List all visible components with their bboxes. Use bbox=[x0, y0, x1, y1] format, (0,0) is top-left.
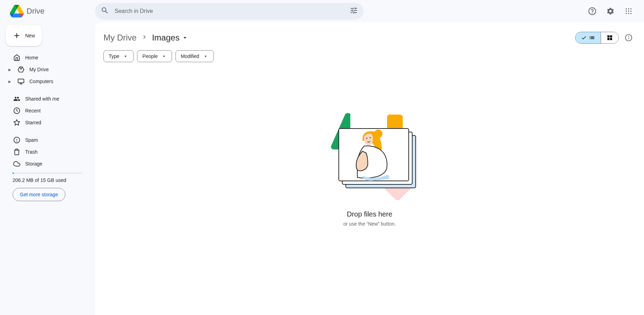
dropdown-icon bbox=[161, 53, 167, 59]
sidebar-item-label: Home bbox=[25, 55, 38, 60]
svg-point-6 bbox=[628, 10, 629, 12]
new-button-label: New bbox=[25, 33, 35, 38]
grid-view-button[interactable] bbox=[601, 32, 618, 43]
svg-rect-24 bbox=[610, 38, 612, 40]
search-icon bbox=[101, 6, 109, 16]
breadcrumb-root[interactable]: My Drive bbox=[103, 33, 137, 43]
help-button[interactable] bbox=[585, 4, 599, 18]
svg-rect-22 bbox=[610, 35, 612, 37]
apps-button[interactable] bbox=[622, 4, 636, 18]
view-controls bbox=[575, 31, 636, 45]
svg-marker-17 bbox=[14, 120, 20, 125]
search-input[interactable] bbox=[115, 8, 350, 14]
svg-point-4 bbox=[630, 8, 631, 9]
sidebar: New Home ▶ My Drive ▶ Computers Shared w… bbox=[0, 22, 95, 315]
storage-bar bbox=[13, 173, 83, 174]
filter-label: Modified bbox=[181, 53, 199, 59]
chevron-right-icon bbox=[141, 34, 148, 42]
sidebar-item-label: Storage bbox=[25, 161, 42, 167]
expand-icon[interactable]: ▶ bbox=[8, 80, 13, 83]
sidebar-item-shared[interactable]: Shared with me bbox=[6, 93, 90, 105]
app-title: Drive bbox=[27, 7, 44, 16]
sidebar-item-label: Starred bbox=[25, 120, 41, 125]
main-layout: New Home ▶ My Drive ▶ Computers Shared w… bbox=[0, 22, 644, 315]
view-toggle bbox=[575, 32, 619, 44]
header-actions bbox=[585, 4, 638, 18]
sidebar-item-label: Recent bbox=[25, 108, 41, 113]
get-storage-button[interactable]: Get more storage bbox=[13, 188, 65, 201]
trash-icon bbox=[13, 148, 20, 155]
breadcrumb-current-label: Images bbox=[152, 33, 180, 43]
svg-point-10 bbox=[630, 13, 631, 14]
svg-rect-28 bbox=[387, 115, 403, 130]
empty-subtitle: or use the “New” button. bbox=[343, 221, 396, 227]
svg-point-27 bbox=[629, 36, 629, 37]
header: Drive bbox=[0, 0, 644, 22]
filter-row: Type People Modified bbox=[103, 50, 636, 62]
sidebar-item-label: Trash bbox=[25, 149, 37, 155]
check-icon bbox=[581, 35, 587, 41]
people-icon bbox=[13, 95, 20, 102]
svg-point-2 bbox=[626, 8, 627, 9]
plus-icon bbox=[13, 31, 21, 40]
sidebar-item-label: Spam bbox=[25, 137, 38, 143]
sidebar-item-spam[interactable]: Spam bbox=[6, 134, 90, 146]
svg-point-7 bbox=[630, 10, 631, 12]
sidebar-item-label: Shared with me bbox=[25, 96, 59, 102]
breadcrumb-current[interactable]: Images bbox=[152, 33, 189, 43]
sidebar-item-label: My Drive bbox=[29, 67, 49, 72]
svg-point-34 bbox=[366, 138, 367, 139]
sidebar-item-storage[interactable]: Storage bbox=[6, 158, 90, 170]
svg-point-1 bbox=[592, 13, 593, 13]
search-options-icon[interactable] bbox=[350, 6, 358, 16]
empty-title: Drop files here bbox=[347, 210, 392, 218]
svg-point-9 bbox=[628, 13, 629, 14]
breadcrumb-row: My Drive Images bbox=[103, 28, 636, 50]
filter-type[interactable]: Type bbox=[103, 50, 134, 62]
expand-icon[interactable]: ▶ bbox=[8, 68, 13, 72]
svg-point-5 bbox=[626, 10, 627, 12]
svg-point-35 bbox=[370, 137, 371, 138]
computer-icon bbox=[17, 78, 24, 85]
drive-logo-icon bbox=[10, 4, 24, 18]
empty-illustration bbox=[317, 97, 422, 202]
breadcrumb: My Drive Images bbox=[103, 33, 188, 43]
svg-line-11 bbox=[20, 67, 21, 70]
new-button[interactable]: New bbox=[6, 25, 42, 46]
filter-modified[interactable]: Modified bbox=[176, 50, 214, 62]
sidebar-item-trash[interactable]: Trash bbox=[6, 146, 90, 158]
sidebar-item-recent[interactable]: Recent bbox=[6, 105, 90, 117]
grid-icon bbox=[607, 35, 613, 41]
drive-icon bbox=[17, 66, 24, 73]
svg-point-20 bbox=[17, 141, 17, 141]
cloud-icon bbox=[13, 160, 20, 167]
sidebar-item-starred[interactable]: Starred bbox=[6, 117, 90, 129]
sidebar-item-my-drive[interactable]: ▶ My Drive bbox=[6, 64, 90, 75]
logo-area[interactable]: Drive bbox=[6, 4, 95, 18]
filter-label: Type bbox=[109, 53, 119, 59]
sidebar-item-label: Computers bbox=[29, 79, 53, 84]
storage-fill bbox=[13, 173, 14, 174]
clock-icon bbox=[13, 107, 20, 114]
list-icon bbox=[589, 35, 595, 41]
empty-state[interactable]: Drop files here or use the “New” button. bbox=[103, 76, 636, 227]
svg-rect-23 bbox=[607, 38, 609, 40]
svg-point-3 bbox=[628, 8, 629, 9]
sidebar-item-home[interactable]: Home bbox=[6, 52, 90, 64]
list-view-button[interactable] bbox=[575, 32, 601, 43]
info-button[interactable] bbox=[622, 31, 636, 45]
svg-rect-21 bbox=[607, 35, 609, 37]
dropdown-icon bbox=[181, 34, 188, 41]
nav-list: Home ▶ My Drive ▶ Computers Shared with … bbox=[6, 52, 90, 170]
sidebar-item-computers[interactable]: ▶ Computers bbox=[6, 75, 90, 87]
star-icon bbox=[13, 119, 20, 126]
settings-button[interactable] bbox=[603, 4, 617, 18]
filter-people[interactable]: People bbox=[137, 50, 172, 62]
search-bar[interactable] bbox=[95, 3, 364, 20]
content-area: My Drive Images bbox=[95, 22, 644, 315]
dropdown-icon bbox=[203, 53, 208, 59]
svg-rect-13 bbox=[18, 79, 24, 83]
dropdown-icon bbox=[123, 53, 128, 59]
storage-text: 206.2 MB of 15 GB used bbox=[6, 177, 90, 183]
home-icon bbox=[13, 54, 20, 61]
